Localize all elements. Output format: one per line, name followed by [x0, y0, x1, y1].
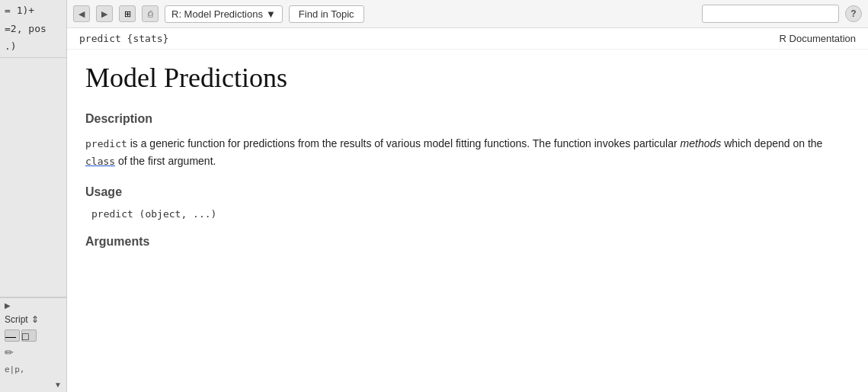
script-selector[interactable]: Script ⇕	[5, 314, 62, 325]
toolbar: ◀ ▶ ⊞ ⎙ R: Model Predictions ▼ Find in T…	[67, 0, 868, 28]
code-line-3: .)	[5, 39, 62, 54]
code-text-2: =2, pos	[5, 23, 46, 34]
home-button[interactable]: ⊞	[119, 5, 136, 22]
predict-code-inline: predict	[85, 138, 127, 149]
maximize-icon: □	[22, 330, 28, 342]
maximize-button[interactable]: □	[21, 329, 37, 342]
find-in-topic-button[interactable]: Find in Topic	[289, 5, 364, 23]
script-label: Script	[5, 314, 28, 325]
minimize-button[interactable]: —	[5, 329, 20, 342]
usage-code: predict (object, ...)	[85, 208, 850, 220]
help-button[interactable]: ?	[845, 5, 862, 22]
window-controls: — □	[5, 329, 62, 342]
forward-button[interactable]: ▶	[96, 5, 113, 22]
pencil-icon: ✏	[5, 346, 14, 358]
arguments-heading: Arguments	[85, 235, 850, 249]
topic-label: R: Model Predictions	[171, 8, 263, 20]
package-label: predict {stats}	[79, 33, 168, 44]
class-code-inline: class	[85, 156, 115, 167]
doc-header: predict {stats} R Documentation	[67, 28, 868, 50]
script-arrows-icon: ⇕	[31, 314, 39, 325]
scroll-down-icon[interactable]: ▼	[5, 381, 62, 389]
topic-dropdown[interactable]: R: Model Predictions ▼	[165, 5, 283, 23]
description-text: predict is a generic function for predic…	[85, 135, 850, 170]
sidebar-middle	[0, 58, 66, 298]
code-line-2: =2, pos	[5, 21, 62, 37]
usage-heading: Usage	[85, 185, 850, 199]
home-icon: ⊞	[124, 9, 131, 19]
doc-body: Model Predictions Description predict is…	[67, 50, 868, 392]
doc-title: Model Predictions	[85, 62, 850, 94]
pencil-row: ✏	[5, 346, 62, 358]
usage-section: Usage predict (object, ...)	[85, 185, 850, 220]
code-text-1: = 1)+	[5, 5, 34, 16]
back-icon: ◀	[78, 9, 85, 19]
forward-icon: ▶	[101, 9, 107, 19]
print-icon: ⎙	[148, 9, 153, 18]
sidebar: = 1)+ =2, pos .) ▶ Script ⇕ — □ ✏	[0, 0, 67, 392]
source-label: R Documentation	[780, 33, 856, 44]
methods-italic: methods	[681, 137, 722, 149]
question-mark-icon: ?	[850, 8, 856, 19]
code-text-3: .)	[5, 40, 17, 52]
sidebar-arrows: ▶	[5, 301, 62, 310]
main-content: ◀ ▶ ⊞ ⎙ R: Model Predictions ▼ Find in T…	[67, 0, 868, 392]
class-link[interactable]: class	[85, 156, 115, 167]
description-heading: Description	[85, 112, 850, 126]
search-input[interactable]	[702, 5, 839, 23]
arguments-section: Arguments	[85, 235, 850, 249]
back-button[interactable]: ◀	[73, 5, 90, 22]
description-section: Description predict is a generic functio…	[85, 112, 850, 170]
sidebar-bottom-label: e|p,	[5, 363, 62, 376]
minimize-icon: —	[5, 330, 16, 342]
right-arrow-icon: ▶	[5, 301, 11, 310]
sidebar-code-top: = 1)+ =2, pos .)	[0, 0, 66, 58]
print-button[interactable]: ⎙	[142, 5, 159, 22]
code-line-1: = 1)+	[5, 3, 62, 18]
chevron-down-icon: ▼	[266, 8, 276, 20]
